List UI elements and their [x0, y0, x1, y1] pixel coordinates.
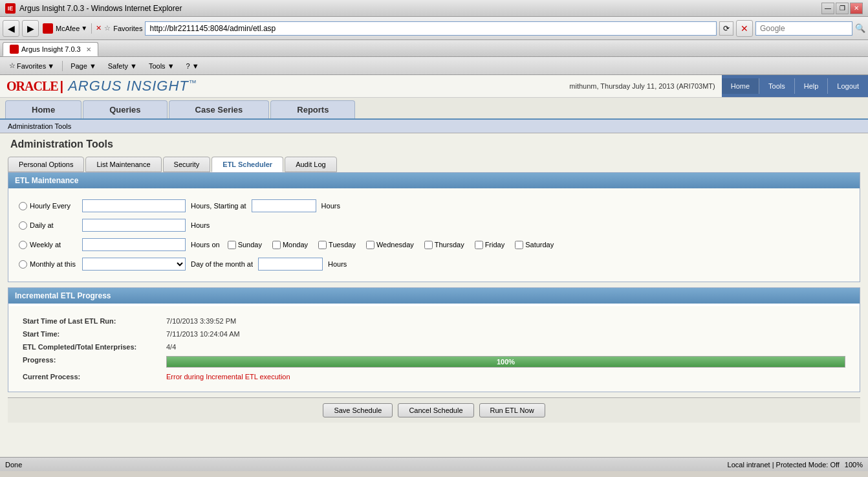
- hourly-label1: Hours, Starting at: [191, 202, 246, 210]
- etl-maintenance-body: Hourly Every Hours, Starting at Hours Da…: [8, 188, 860, 282]
- status-bar: Done Local intranet | Protected Mode: Of…: [0, 457, 868, 471]
- sunday-checkbox[interactable]: [228, 241, 236, 249]
- current-process-label: Current Process:: [20, 371, 162, 383]
- go-button[interactable]: ⟳: [719, 21, 733, 36]
- wednesday-label[interactable]: Wednesday: [366, 241, 414, 249]
- save-schedule-button[interactable]: Save Schedule: [323, 403, 393, 417]
- table-row: ETL Completed/Total Enterprises: 4/4: [20, 341, 848, 353]
- nav-tools[interactable]: Tools: [759, 78, 795, 94]
- monthly-label2: Hours: [328, 260, 347, 268]
- progress-label: Progress:: [20, 354, 162, 370]
- radio-daily-label[interactable]: Daily at: [19, 221, 77, 230]
- user-info: mithunm, Thursday July 11, 2013 (ARI703M…: [569, 82, 715, 90]
- friday-checkbox[interactable]: [475, 241, 483, 249]
- radio-monthly-label[interactable]: Monthly at this: [19, 260, 77, 269]
- radio-daily[interactable]: [19, 221, 27, 230]
- minimize-button[interactable]: —: [821, 3, 834, 14]
- incremental-etl-panel: Incremental ETL Progress Start Time of L…: [8, 287, 860, 392]
- friday-label[interactable]: Friday: [475, 241, 505, 249]
- radio-hourly-label[interactable]: Hourly Every: [19, 202, 77, 210]
- star-icon[interactable]: ☆: [104, 24, 111, 32]
- sunday-label[interactable]: Sunday: [228, 241, 262, 249]
- progress-cell: 100%: [164, 354, 848, 370]
- daily-input[interactable]: [82, 219, 186, 232]
- schedule-row-daily: Daily at Hours: [19, 216, 849, 235]
- address-bar[interactable]: [145, 21, 717, 36]
- header-nav: Home Tools Help Logout: [722, 75, 868, 97]
- tab-audit-log[interactable]: Audit Log: [285, 157, 336, 172]
- tab-list-maintenance[interactable]: List Maintenance: [85, 157, 161, 172]
- monthly-label1: Day of the month at: [191, 260, 253, 268]
- tab-close-icon[interactable]: ✕: [86, 46, 91, 53]
- hourly-input[interactable]: [82, 199, 186, 212]
- tab-etl-scheduler[interactable]: ETL Scheduler: [212, 157, 283, 172]
- help-cmd[interactable]: ? ▼: [181, 61, 204, 71]
- current-process-value: Error during Incremental ETL execution: [164, 371, 848, 383]
- search-icon[interactable]: 🔍: [855, 23, 865, 33]
- tab-personal-options[interactable]: Personal Options: [8, 157, 84, 172]
- mcafee-label: McAfee: [56, 25, 80, 32]
- hourly-label2: Hours: [321, 202, 340, 210]
- weekly-label1: Hours on: [191, 241, 220, 249]
- saturday-checkbox[interactable]: [515, 241, 523, 249]
- footer-buttons: Save Schedule Cancel Schedule Run ETL No…: [8, 397, 860, 423]
- thursday-label[interactable]: Thursday: [424, 241, 464, 249]
- tab-security[interactable]: Security: [163, 157, 211, 172]
- etl-maintenance-header: ETL Maintenance: [8, 173, 860, 188]
- page-cmd[interactable]: Page ▼: [65, 61, 102, 71]
- browser-tab[interactable]: Argus Insight 7.0.3 ✕: [3, 42, 98, 56]
- last-run-value: 7/10/2013 3:39:52 PM: [164, 315, 848, 327]
- daily-label1: Hours: [191, 221, 210, 229]
- back-button[interactable]: ◀: [3, 20, 19, 37]
- mcafee-dropdown[interactable]: ▼: [81, 25, 87, 32]
- nav-logout[interactable]: Logout: [828, 78, 868, 94]
- radio-hourly[interactable]: [19, 202, 27, 210]
- forward-button[interactable]: ▶: [22, 20, 39, 37]
- close-button[interactable]: ✕: [850, 3, 863, 14]
- nav-case-series[interactable]: Case Series: [169, 100, 270, 118]
- nav-help[interactable]: Help: [795, 78, 829, 94]
- table-row: Current Process: Error during Incrementa…: [20, 371, 848, 383]
- restore-button[interactable]: ❐: [836, 3, 849, 14]
- monthly-select[interactable]: [82, 258, 186, 271]
- page-content: Administration Tools Personal Options Li…: [0, 133, 868, 457]
- radio-weekly-label[interactable]: Weekly at: [19, 241, 77, 249]
- admin-tabs: Personal Options List Maintenance Securi…: [8, 157, 860, 172]
- search-box[interactable]: [755, 21, 852, 36]
- hourly-start-input[interactable]: [252, 199, 316, 212]
- mcafee-toolbar: McAfee ▼ ✕: [41, 23, 102, 34]
- table-row: Progress: 100%: [20, 354, 848, 370]
- monthly-input[interactable]: [258, 258, 323, 271]
- etl-info-table: Start Time of Last ETL Run: 7/10/2013 3:…: [19, 314, 849, 384]
- safety-cmd[interactable]: Safety ▼: [103, 61, 142, 71]
- tab-favicon: [10, 45, 19, 54]
- favorites-label[interactable]: Favorites: [113, 25, 142, 32]
- weekly-input[interactable]: [82, 238, 186, 251]
- tuesday-label[interactable]: Tuesday: [318, 241, 356, 249]
- nav-home-main[interactable]: Home: [5, 100, 81, 118]
- browser-titlebar: IE Argus Insight 7.0.3 - Windows Interne…: [0, 0, 868, 17]
- app-name: ARGUS INSIGHT™: [68, 78, 197, 94]
- close-tab-icon[interactable]: ✕: [96, 24, 102, 32]
- nav-queries[interactable]: Queries: [83, 100, 167, 118]
- monday-label[interactable]: Monday: [272, 241, 308, 249]
- favorites-cmd[interactable]: ☆ Favorites ▼: [4, 60, 60, 71]
- browser-icon: IE: [5, 3, 16, 14]
- saturday-label[interactable]: Saturday: [515, 241, 554, 249]
- tools-cmd[interactable]: Tools ▼: [144, 61, 180, 71]
- nav-reports[interactable]: Reports: [270, 100, 355, 118]
- start-time-value: 7/11/2013 10:24:04 AM: [164, 328, 848, 340]
- nav-home[interactable]: Home: [722, 78, 759, 94]
- radio-monthly[interactable]: [19, 260, 27, 269]
- cancel-schedule-button[interactable]: Cancel Schedule: [398, 403, 473, 417]
- radio-weekly[interactable]: [19, 241, 27, 249]
- table-row: Start Time: 7/11/2013 10:24:04 AM: [20, 328, 848, 340]
- tuesday-checkbox[interactable]: [318, 241, 327, 249]
- monday-checkbox[interactable]: [272, 241, 281, 249]
- wednesday-checkbox[interactable]: [366, 241, 374, 249]
- stop-button[interactable]: ✕: [736, 20, 753, 37]
- thursday-checkbox[interactable]: [424, 241, 433, 249]
- run-etl-button[interactable]: Run ETL Now: [479, 403, 545, 417]
- progress-bar-container: 100%: [166, 356, 845, 368]
- last-run-label: Start Time of Last ETL Run:: [20, 315, 162, 327]
